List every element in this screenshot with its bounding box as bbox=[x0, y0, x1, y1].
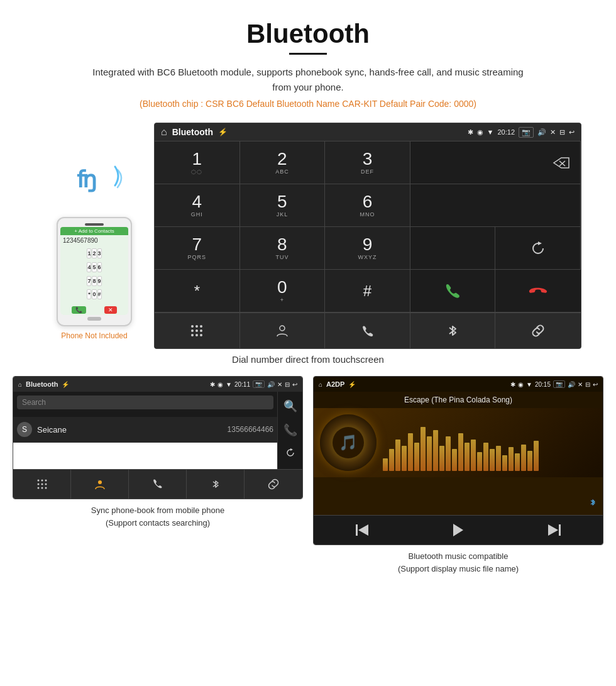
svg-point-8 bbox=[200, 329, 202, 332]
music-caption: Bluetooth music compatible (Support disp… bbox=[398, 550, 519, 575]
toolbar-keypad-btn[interactable] bbox=[155, 313, 240, 348]
key-hash[interactable]: # bbox=[325, 270, 410, 313]
key-0[interactable]: 0+ bbox=[240, 270, 326, 313]
key-5[interactable]: 5JKL bbox=[240, 184, 326, 227]
toolbar-link-btn[interactable] bbox=[495, 313, 581, 348]
svg-marker-2 bbox=[538, 241, 542, 245]
toolbar-contacts-btn[interactable] bbox=[240, 313, 326, 348]
eq-bar bbox=[509, 447, 514, 471]
eq-bar bbox=[490, 449, 495, 471]
pb-home-icon[interactable]: ⌂ bbox=[18, 381, 22, 388]
music-prev-btn[interactable] bbox=[314, 516, 410, 545]
bluetooth-icon-wrap: ʩ bbox=[69, 160, 119, 211]
pb-close-icon[interactable]: ✕ bbox=[277, 381, 282, 388]
music-screen-container: ⌂ A2DP ⚡ ✱ ◉ ▼ 20:15 📷 🔊 ✕ ⊟ ↩ bbox=[313, 376, 603, 545]
music-home-icon[interactable]: ⌂ bbox=[319, 381, 322, 388]
window-icon[interactable]: ⊟ bbox=[559, 128, 565, 136]
pb-tb-phone[interactable] bbox=[129, 470, 187, 499]
key-star[interactable]: * bbox=[155, 270, 240, 313]
volume-icon[interactable]: 🔊 bbox=[537, 128, 546, 136]
key-6[interactable]: 6MNO bbox=[325, 184, 410, 227]
key-8[interactable]: 8TUV bbox=[240, 227, 326, 270]
music-back-icon[interactable]: ↩ bbox=[593, 381, 598, 388]
pb-contact-row[interactable]: S Seicane 13566664466 bbox=[13, 417, 277, 443]
dialer-keypad: 1◌◌ 2ABC 3DEF 4GHI 5JKL 6MNO bbox=[155, 141, 581, 313]
key-call-red[interactable] bbox=[495, 270, 581, 313]
eq-bar bbox=[483, 443, 488, 471]
phone-screen: + Add to Contacts 1234567890 1 2 3 4 5 6… bbox=[60, 227, 128, 315]
key-3[interactable]: 3DEF bbox=[325, 141, 410, 184]
pb-win-icon[interactable]: ⊟ bbox=[285, 381, 290, 388]
key-1[interactable]: 1◌◌ bbox=[155, 141, 240, 184]
pb-back-icon[interactable]: ↩ bbox=[292, 381, 297, 388]
toolbar-bluetooth-btn[interactable] bbox=[410, 313, 496, 348]
key-hash[interactable]: # bbox=[97, 289, 102, 299]
key-refresh[interactable] bbox=[495, 227, 581, 270]
music-win-icon[interactable]: ⊟ bbox=[585, 381, 590, 388]
svg-point-5 bbox=[200, 325, 202, 328]
pb-vol-icon[interactable]: 🔊 bbox=[267, 381, 275, 388]
back-icon[interactable]: ↩ bbox=[569, 128, 575, 136]
camera-icon[interactable]: 📷 bbox=[519, 127, 534, 138]
pb-loc-icon: ◉ bbox=[217, 381, 223, 388]
music-vol-icon[interactable]: 🔊 bbox=[568, 381, 575, 388]
key-9[interactable]: 9 bbox=[97, 276, 102, 286]
pb-call-icon[interactable]: 📞 bbox=[281, 421, 300, 440]
music-playpause-btn[interactable] bbox=[410, 516, 506, 545]
music-note-icon: 🎵 bbox=[339, 434, 358, 451]
pb-tb-contacts[interactable] bbox=[71, 470, 129, 499]
key-7[interactable]: 7 bbox=[87, 276, 91, 286]
backspace-icon[interactable] bbox=[410, 155, 580, 170]
key-8[interactable]: 8 bbox=[92, 276, 96, 286]
music-loc-icon: ◉ bbox=[518, 381, 524, 388]
pb-tb-link[interactable] bbox=[245, 470, 302, 499]
key-5[interactable]: 5 bbox=[92, 262, 96, 272]
pb-search-icon[interactable]: 🔍 bbox=[281, 397, 300, 416]
pb-search-area: Search bbox=[13, 392, 277, 417]
music-bt-icon: ✱ bbox=[510, 381, 515, 388]
home-icon[interactable]: ⌂ bbox=[161, 126, 167, 138]
key-9[interactable]: 9WXYZ bbox=[325, 227, 410, 270]
svg-marker-25 bbox=[358, 524, 368, 536]
phone-top-bar: + Add to Contacts bbox=[60, 227, 128, 235]
pb-right-sidebar: 🔍 📞 bbox=[277, 392, 302, 469]
music-close-icon[interactable]: ✕ bbox=[578, 381, 583, 388]
phone-call-button[interactable]: 📞 bbox=[72, 306, 86, 314]
phone-home-button[interactable] bbox=[87, 317, 101, 321]
svg-rect-28 bbox=[559, 524, 561, 536]
svg-point-12 bbox=[280, 326, 285, 331]
pb-refresh-icon[interactable] bbox=[282, 445, 299, 464]
key-7[interactable]: 7PQRS bbox=[155, 227, 240, 270]
pb-search-input[interactable]: Search bbox=[17, 396, 273, 409]
key-1[interactable]: 1 bbox=[87, 248, 91, 258]
key-call-green[interactable] bbox=[410, 270, 496, 313]
music-caption2: (Support display music file name) bbox=[398, 564, 519, 573]
eq-bar bbox=[421, 427, 426, 471]
key-star[interactable]: * bbox=[87, 289, 91, 299]
eq-bar bbox=[471, 440, 476, 471]
dialer-status-left: ⌂ Bluetooth ⚡ bbox=[161, 126, 228, 138]
key-2[interactable]: 2ABC bbox=[240, 141, 326, 184]
phone-end-button[interactable]: ✕ bbox=[104, 306, 117, 314]
pb-tb-keypad[interactable] bbox=[13, 470, 71, 499]
phonebook-caption1: Sync phone-book from mobile phone bbox=[91, 506, 224, 515]
key-4[interactable]: 4 bbox=[87, 262, 91, 272]
pb-toolbar bbox=[13, 469, 302, 499]
pb-camera-icon[interactable]: 📷 bbox=[253, 380, 265, 388]
music-title: A2DP bbox=[326, 380, 344, 388]
wifi-waves-icon bbox=[97, 163, 123, 195]
key-3[interactable]: 3 bbox=[97, 248, 102, 258]
pb-time: 20:11 bbox=[234, 381, 250, 388]
close-icon[interactable]: ✕ bbox=[550, 128, 556, 136]
pb-status-bar: ⌂ Bluetooth ⚡ ✱ ◉ ▼ 20:11 📷 🔊 ✕ ⊟ ↩ bbox=[13, 377, 302, 392]
pb-tb-bluetooth[interactable] bbox=[187, 470, 245, 499]
key-4[interactable]: 4GHI bbox=[155, 184, 240, 227]
music-next-btn[interactable] bbox=[507, 516, 603, 545]
key-0[interactable]: 0 bbox=[92, 289, 96, 299]
toolbar-phone-btn[interactable] bbox=[325, 313, 410, 348]
svg-point-7 bbox=[195, 329, 198, 332]
key-2[interactable]: 2 bbox=[92, 248, 96, 258]
pb-list-area: Search S Seicane 13566664466 bbox=[13, 392, 277, 469]
music-camera-icon[interactable]: 📷 bbox=[553, 380, 565, 388]
key-6[interactable]: 6 bbox=[97, 262, 102, 272]
